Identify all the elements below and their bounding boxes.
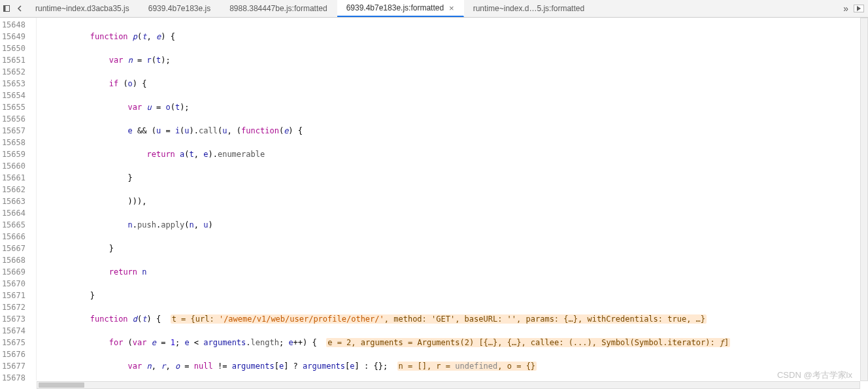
vertical-scrollbar[interactable] xyxy=(860,18,868,381)
tab-1[interactable]: 6939.4b7e183e.js xyxy=(139,0,220,17)
svg-rect-1 xyxy=(4,6,6,12)
tab-label: 6939.4b7e183e.js:formatted xyxy=(346,3,444,12)
tabs-overflow-icon[interactable]: » xyxy=(843,3,848,14)
inline-hint: t = {url: '/aweme/v1/web/user/profile/ot… xyxy=(171,314,707,324)
line-gutter: 1564815649156501565115652156531565415655… xyxy=(0,18,37,381)
tab-prev-icon[interactable] xyxy=(13,0,26,17)
code-area[interactable]: function p(t, e) { var n = r(t); if (o) … xyxy=(37,18,868,381)
close-icon[interactable]: × xyxy=(449,3,454,13)
watermark: CSDN @考古学家lx xyxy=(777,369,852,381)
tab-4[interactable]: runtime~index.d…5.js:formatted xyxy=(464,0,594,17)
show-nav-icon[interactable] xyxy=(0,0,13,17)
run-snippet-icon[interactable] xyxy=(854,5,864,12)
tab-3[interactable]: 6939.4b7e183e.js:formatted × xyxy=(337,0,464,17)
tab-label: runtime~index.d3acba35.js xyxy=(35,4,129,13)
code-editor[interactable]: 1564815649156501565115652156531565415655… xyxy=(0,18,868,381)
inline-hint: e = 2, arguments = Arguments(2) [{…}, {…… xyxy=(326,338,730,347)
tab-2[interactable]: 8988.384447be.js:formatted xyxy=(220,0,337,17)
tab-label: 8988.384447be.js:formatted xyxy=(229,4,327,13)
tab-label: runtime~index.d…5.js:formatted xyxy=(473,4,584,13)
tab-bar: runtime~index.d3acba35.js 6939.4b7e183e.… xyxy=(0,0,868,18)
scrollbar-thumb[interactable] xyxy=(39,382,84,388)
tab-0[interactable]: runtime~index.d3acba35.js xyxy=(26,0,139,17)
horizontal-scrollbar[interactable] xyxy=(37,381,860,389)
inline-hint: n = [], r = undefined, o = {} xyxy=(397,362,537,371)
tab-label: 6939.4b7e183e.js xyxy=(148,4,210,13)
